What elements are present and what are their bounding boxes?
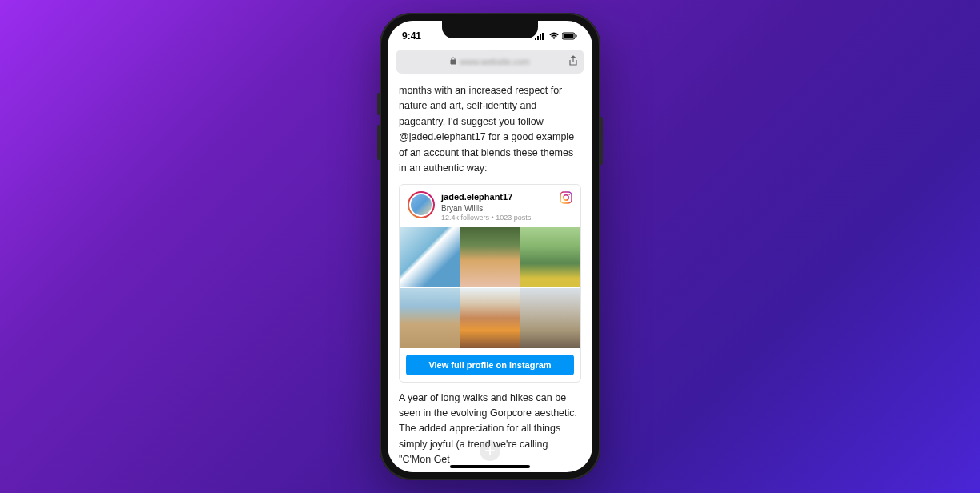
cellular-signal-icon [535,32,546,40]
grid-photo[interactable] [520,288,580,348]
svg-rect-2 [540,34,541,40]
page-content[interactable]: months with an increased respect for nat… [388,77,592,472]
new-tab-button[interactable] [480,440,500,461]
grid-photo[interactable] [400,227,460,287]
svg-rect-3 [542,33,544,40]
profile-username[interactable]: jaded.elephant17 [441,191,531,202]
profile-display-name: Bryan Willis [441,203,531,214]
grid-photo[interactable] [460,227,520,287]
svg-rect-6 [576,35,577,38]
battery-icon [562,32,578,40]
phone-side-button [600,117,603,165]
status-indicators [535,32,578,40]
svg-rect-8 [560,192,572,203]
photo-grid [400,227,580,347]
grid-photo[interactable] [460,288,520,348]
phone-notch [442,21,538,38]
url-text: www.website.com [460,57,529,66]
phone-screen: 9:41 www.website.com [388,21,592,472]
instagram-logo-icon[interactable] [560,191,572,209]
lock-icon [450,57,456,66]
svg-rect-5 [564,34,574,38]
home-indicator[interactable] [450,465,530,468]
svg-rect-1 [537,36,539,40]
embed-header: jaded.elephant17 Bryan Willis 12.4k foll… [400,185,580,227]
view-profile-button[interactable]: View full profile on Instagram [406,355,574,375]
profile-meta: jaded.elephant17 Bryan Willis 12.4k foll… [441,191,531,222]
profile-stats: 12.4k followers • 1023 posts [441,214,531,223]
browser-address-bar[interactable]: www.website.com [396,50,584,74]
profile-avatar[interactable] [408,191,435,218]
wifi-icon [548,32,560,40]
phone-frame: 9:41 www.website.com [380,13,600,480]
article-paragraph-top: months with an increased respect for nat… [399,83,581,176]
svg-point-10 [568,194,570,195]
svg-point-9 [564,195,568,200]
grid-photo[interactable] [400,288,460,348]
svg-rect-7 [451,60,456,64]
instagram-embed-card: jaded.elephant17 Bryan Willis 12.4k foll… [399,184,581,382]
share-icon[interactable] [568,55,578,68]
grid-photo[interactable] [520,227,580,287]
status-time: 9:41 [402,30,421,42]
svg-rect-0 [535,38,536,40]
